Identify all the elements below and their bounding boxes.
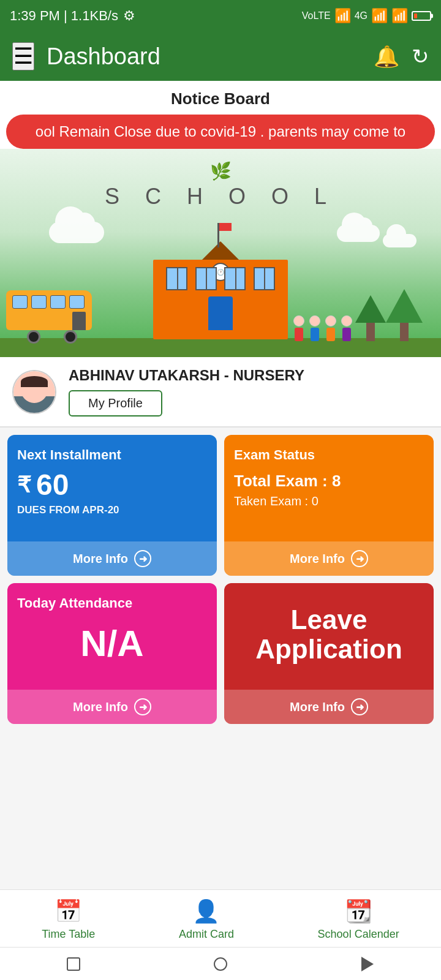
leave-application-card: Leave Application More Info ➜ bbox=[224, 583, 434, 724]
flag bbox=[219, 223, 232, 231]
volte2-icon: 4G bbox=[355, 10, 368, 21]
window-4 bbox=[254, 267, 275, 290]
signal2-icon: 📶 bbox=[371, 8, 388, 24]
signal-icon: 📶 bbox=[334, 8, 351, 24]
nav-admitcard[interactable]: 👤 Admit Card bbox=[179, 899, 234, 941]
main-content: Notice Board ool Remain Close due to cov… bbox=[0, 81, 441, 829]
timetable-label: Time Table bbox=[42, 928, 95, 941]
attendance-card-title: Today Attendance bbox=[17, 595, 207, 611]
bus-wheel-2 bbox=[64, 330, 77, 344]
bus-wheels bbox=[6, 330, 98, 344]
installment-subtitle: DUES FROM APR-20 bbox=[17, 504, 207, 516]
installment-amount: ₹ 60 bbox=[17, 468, 207, 502]
kid-head-4 bbox=[341, 315, 352, 326]
school-building: 🕐 bbox=[153, 260, 288, 339]
time-display: 1:39 PM | 1.1KB/s bbox=[10, 8, 118, 24]
status-left: 1:39 PM | 1.1KB/s ⚙ bbox=[10, 8, 135, 24]
tree-trunk-2 bbox=[366, 323, 375, 341]
leave-arrow-icon: ➜ bbox=[351, 698, 368, 715]
school-scene: 🕐 bbox=[0, 216, 441, 357]
school-bus bbox=[6, 290, 98, 339]
window-3 bbox=[224, 267, 246, 290]
school-image-area: 🌿 S C H O O L 🕐 bbox=[0, 149, 441, 357]
cloud-3 bbox=[383, 234, 417, 247]
gear-icon: ⚙ bbox=[123, 8, 135, 24]
window-1 bbox=[166, 267, 187, 290]
system-nav-bar bbox=[0, 947, 441, 980]
home-button[interactable] bbox=[209, 953, 232, 975]
recents-button[interactable] bbox=[62, 953, 85, 975]
kid-1 bbox=[293, 315, 304, 341]
taken-exam: Taken Exam : 0 bbox=[234, 494, 424, 508]
refresh-button[interactable]: ↻ bbox=[412, 44, 429, 69]
kids bbox=[293, 315, 352, 341]
tree-right-1 bbox=[386, 289, 423, 341]
wifi-icon: 📶 bbox=[391, 8, 408, 24]
window-2 bbox=[195, 267, 217, 290]
exam-status-card: Exam Status Total Exam : 8 Taken Exam : … bbox=[224, 435, 434, 576]
leave-more-info-button[interactable]: More Info ➜ bbox=[224, 690, 434, 724]
battery-icon bbox=[412, 11, 431, 21]
timetable-icon: 📅 bbox=[55, 899, 82, 924]
installment-more-info-label: More Info bbox=[73, 552, 128, 566]
school-label: S C H O O L bbox=[0, 184, 441, 209]
status-right: VoLTE 📶 4G 📶 📶 bbox=[302, 8, 431, 24]
notification-button[interactable]: 🔔 bbox=[374, 44, 399, 69]
profile-info: ABHINAV UTAKARSH - NURSERY My Profile bbox=[69, 367, 429, 417]
square-icon bbox=[67, 957, 80, 971]
leaf-icon: 🌿 bbox=[0, 161, 441, 181]
bus-wheel-1 bbox=[27, 330, 40, 344]
leave-title: Leave Application bbox=[234, 605, 424, 665]
exam-card-title: Exam Status bbox=[234, 447, 424, 463]
calendar-label: School Calender bbox=[318, 928, 399, 941]
bus-window-3 bbox=[50, 295, 66, 309]
installment-value: 60 bbox=[36, 468, 69, 502]
avatar-face bbox=[13, 371, 55, 413]
circle-icon bbox=[214, 957, 227, 971]
app-bar-right: 🔔 ↻ bbox=[374, 44, 429, 69]
kid-body-2 bbox=[311, 328, 319, 341]
tree-top-2 bbox=[355, 295, 386, 323]
exam-arrow-icon: ➜ bbox=[351, 550, 368, 567]
hamburger-menu-button[interactable]: ☰ bbox=[12, 42, 34, 70]
app-bar-left: ☰ Dashboard bbox=[12, 42, 160, 70]
attendance-arrow-icon: ➜ bbox=[134, 698, 151, 715]
nav-calendar[interactable]: 📆 School Calender bbox=[318, 899, 399, 941]
attendance-more-info-label: More Info bbox=[73, 700, 128, 714]
flag-pole bbox=[217, 223, 219, 247]
cloud-1 bbox=[49, 222, 104, 243]
building-roof bbox=[202, 241, 239, 260]
bus-window-1 bbox=[12, 295, 28, 309]
leave-title-line2: Application bbox=[234, 635, 424, 664]
kid-body-3 bbox=[326, 328, 335, 341]
installment-more-info-button[interactable]: More Info ➜ bbox=[7, 541, 217, 576]
my-profile-button[interactable]: My Profile bbox=[69, 390, 162, 417]
installment-card-title: Next Installment bbox=[17, 447, 207, 463]
kid-body-4 bbox=[342, 328, 351, 341]
notice-board-title: Notice Board bbox=[0, 89, 441, 108]
cards-grid: Next Installment ₹ 60 DUES FROM APR-20 M… bbox=[0, 428, 441, 731]
attendance-more-info-button[interactable]: More Info ➜ bbox=[7, 690, 217, 724]
notice-section: Notice Board ool Remain Close due to cov… bbox=[0, 81, 441, 149]
kid-3 bbox=[325, 315, 336, 341]
avatar-hair bbox=[21, 376, 48, 387]
tree-trunk-1 bbox=[400, 323, 409, 341]
back-button[interactable] bbox=[356, 953, 379, 975]
calendar-icon: 📆 bbox=[345, 899, 372, 924]
attendance-card: Today Attendance N/A More Info ➜ bbox=[7, 583, 217, 724]
exam-more-info-button[interactable]: More Info ➜ bbox=[224, 541, 434, 576]
kid-head-3 bbox=[325, 315, 336, 326]
nav-timetable[interactable]: 📅 Time Table bbox=[42, 899, 95, 941]
next-installment-card: Next Installment ₹ 60 DUES FROM APR-20 M… bbox=[7, 435, 217, 576]
avatar bbox=[12, 370, 56, 414]
door bbox=[208, 296, 233, 330]
bus-window-2 bbox=[31, 295, 47, 309]
page-title: Dashboard bbox=[47, 43, 160, 70]
bus-door bbox=[72, 312, 86, 330]
total-exam: Total Exam : 8 bbox=[234, 472, 424, 491]
kid-2 bbox=[309, 315, 320, 341]
volte-icon: VoLTE bbox=[302, 10, 331, 21]
bus-windows bbox=[6, 290, 92, 314]
back-icon bbox=[361, 957, 374, 971]
bottom-nav: 📅 Time Table 👤 Admit Card 📆 School Calen… bbox=[0, 889, 441, 947]
